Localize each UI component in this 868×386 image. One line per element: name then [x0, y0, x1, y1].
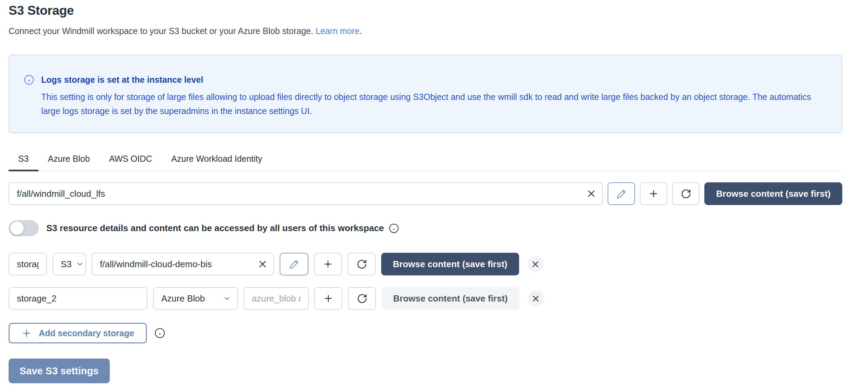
- plus-icon: [648, 189, 659, 199]
- refresh-icon: [357, 293, 367, 304]
- public-access-toggle-row: S3 resource details and content can be a…: [9, 220, 842, 236]
- secondary-1-browse-content-button[interactable]: Browse content (save first): [381, 253, 519, 275]
- add-secondary-info-icon[interactable]: [154, 328, 165, 339]
- x-icon: [587, 189, 596, 198]
- secondary-2-type-select[interactable]: Azure Blob: [153, 287, 238, 310]
- x-icon: [258, 260, 267, 269]
- storage-type-tabs: S3 Azure Blob AWS OIDC Azure Workload Id…: [9, 149, 842, 171]
- secondary-1-edit-resource-button[interactable]: [280, 253, 308, 275]
- learn-more-link[interactable]: Learn more: [316, 26, 360, 36]
- secondary-2-add-resource-button[interactable]: [314, 287, 342, 310]
- secondary-1-type-select[interactable]: S3: [52, 253, 86, 275]
- secondary-2-browse-content-button[interactable]: Browse content (save first): [382, 287, 519, 310]
- primary-browse-content-button[interactable]: Browse content (save first): [704, 182, 842, 205]
- logs-storage-alert: Logs storage is set at the instance leve…: [9, 55, 842, 133]
- toggle-knob: [10, 222, 24, 235]
- add-secondary-storage-button[interactable]: Add secondary storage: [9, 323, 147, 343]
- tab-azure-blob[interactable]: Azure Blob: [38, 149, 99, 171]
- primary-edit-resource-button[interactable]: [608, 182, 635, 205]
- public-access-info-icon[interactable]: [389, 223, 399, 234]
- s3-storage-settings-page: S3 Storage Connect your Windmill workspa…: [0, 0, 868, 386]
- subtitle-text: Connect your Windmill workspace to your …: [9, 26, 313, 36]
- save-s3-settings-button[interactable]: Save S3 settings: [9, 359, 110, 383]
- public-access-label: S3 resource details and content can be a…: [46, 223, 384, 234]
- chevron-down-icon: [76, 260, 84, 268]
- tab-aws-oidc[interactable]: AWS OIDC: [99, 149, 162, 171]
- primary-resource-input[interactable]: [9, 182, 603, 205]
- page-title: S3 Storage: [9, 3, 842, 18]
- page-subtitle: Connect your Windmill workspace to your …: [9, 26, 842, 36]
- tab-s3[interactable]: S3: [9, 149, 38, 171]
- secondary-1-add-resource-button[interactable]: [314, 253, 342, 275]
- x-icon: [531, 294, 540, 303]
- alert-title: Logs storage is set at the instance leve…: [41, 75, 203, 85]
- primary-storage-row: Browse content (save first): [9, 182, 842, 205]
- alert-body: This setting is only for storage of larg…: [24, 90, 820, 118]
- plus-icon: [21, 328, 32, 339]
- subtitle-period: .: [360, 26, 362, 36]
- secondary-1-remove-button[interactable]: [527, 256, 544, 272]
- primary-resource-clear-button[interactable]: [587, 189, 596, 198]
- tab-azure-workload-identity[interactable]: Azure Workload Identity: [162, 149, 272, 171]
- secondary-2-refresh-button[interactable]: [348, 287, 376, 310]
- secondary-storage-row-2: Azure Blob: [9, 287, 842, 310]
- secondary-storage-row-1: S3: [9, 253, 842, 275]
- secondary-2-name-input[interactable]: [9, 287, 148, 310]
- primary-refresh-button[interactable]: [672, 182, 700, 205]
- pencil-icon: [289, 259, 300, 270]
- plus-icon: [323, 293, 333, 304]
- pencil-icon: [616, 189, 627, 199]
- x-icon: [531, 260, 540, 269]
- secondary-2-resource-input[interactable]: [244, 287, 309, 310]
- primary-add-resource-button[interactable]: [640, 182, 667, 205]
- refresh-icon: [681, 189, 691, 199]
- secondary-1-refresh-button[interactable]: [348, 253, 376, 275]
- plus-icon: [323, 259, 333, 269]
- secondary-1-resource-input[interactable]: [92, 253, 274, 275]
- secondary-2-remove-button[interactable]: [528, 290, 544, 307]
- info-icon: [24, 75, 34, 85]
- chevron-down-icon: [223, 294, 231, 303]
- secondary-1-resource-clear-button[interactable]: [258, 260, 267, 269]
- refresh-icon: [356, 259, 367, 270]
- secondary-1-name-input[interactable]: [9, 253, 47, 275]
- public-access-toggle[interactable]: [9, 220, 39, 236]
